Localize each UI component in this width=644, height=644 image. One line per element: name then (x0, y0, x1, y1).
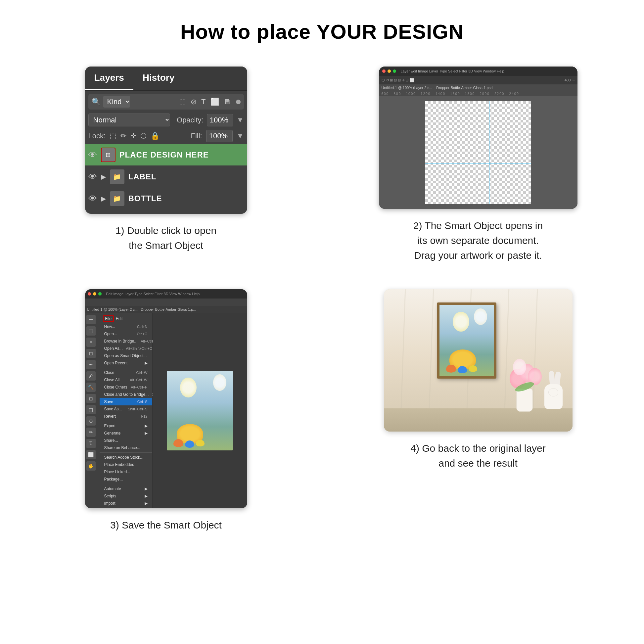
menu-adobe-stock[interactable]: Search Adobe Stock... (100, 454, 152, 461)
menu-browse[interactable]: Browse in Bridge... Alt+Ctrl+O (100, 338, 152, 345)
close-dot[interactable] (382, 69, 386, 73)
ps-zoom-label: 400 ··· (565, 78, 575, 82)
tool-move[interactable]: ✛ (86, 315, 96, 324)
tool-stamp[interactable]: 🔨 (86, 383, 96, 392)
open-recent-arrow: ▶ (145, 361, 148, 365)
type-filter-icon: T (201, 98, 206, 106)
lock-label: Lock: (88, 132, 106, 140)
layer-bottle[interactable]: 👁 ▶ 📁 BOTTLE (85, 188, 247, 209)
layers-search-row: 🔍 Kind ⬚ ⊘ T ⬜ 🗎 (88, 94, 244, 110)
menu-save-as[interactable]: Save As... Shift+Ctrl+S (100, 405, 152, 413)
menu-package[interactable]: Package... (100, 476, 152, 483)
edit-menu[interactable]: Edit (116, 316, 123, 321)
wall-line-1 (400, 289, 406, 408)
pink-flowers-cluster (503, 352, 546, 395)
blend-mode-select[interactable]: Normal (88, 114, 170, 126)
tool-hand[interactable]: ✋ (86, 461, 96, 471)
opacity-chevron: ▼ (237, 116, 244, 124)
tool-shape[interactable]: ⬜ (86, 450, 96, 459)
menu-place-linked[interactable]: Place Linked... (100, 468, 152, 476)
fill-input[interactable] (206, 130, 233, 142)
tool-select[interactable]: ⬚ (86, 326, 96, 336)
layer-bottle-name: BOTTLE (128, 194, 162, 203)
tool-pen[interactable]: ✏ (86, 428, 96, 437)
search-icon: 🔍 (92, 98, 101, 106)
tool-type[interactable]: T (86, 439, 96, 448)
scripts-arrow: ▶ (145, 494, 148, 498)
menu-scripts[interactable]: Scripts ▶ (100, 492, 152, 500)
ps-canvas-checkerboard (425, 101, 531, 204)
lock-move-icon[interactable]: ✛ (130, 132, 136, 140)
smart-filter-icon: 🗎 (224, 98, 231, 106)
maximize-dot[interactable] (393, 69, 396, 73)
save-max-dot[interactable] (98, 292, 102, 296)
wall-line-2 (429, 289, 434, 408)
menu-revert[interactable]: Revert F12 (100, 413, 152, 420)
menu-share[interactable]: Share... (100, 437, 152, 444)
file-menu-label[interactable]: File (103, 315, 114, 322)
step-3-cell: Edit Image Layer Type Select Filter 3D V… (26, 289, 305, 532)
menu-share-behance[interactable]: Share on Behance... (100, 444, 152, 451)
tool-eraser[interactable]: ◻ (86, 394, 96, 403)
tab-layers[interactable]: Layers (85, 67, 133, 90)
menu-open-smart[interactable]: Open as Smart Object... (100, 352, 152, 359)
layer-arrow-3: ▶ (101, 195, 106, 203)
menu-close[interactable]: Close Ctrl+W (100, 369, 152, 376)
tool-dodge[interactable]: ⊙ (86, 416, 96, 426)
lock-all-icon[interactable]: 🔒 (151, 132, 160, 140)
opacity-input[interactable] (207, 114, 233, 126)
layer-eye-icon-3[interactable]: 👁 (88, 194, 97, 204)
flower-1 (180, 378, 197, 397)
layer-eye-icon-1[interactable]: 👁 (88, 150, 97, 160)
ps-file-tab-text: Untitled-1 @ 100% (Layer 2 c... Dropper-… (87, 307, 196, 311)
layer-label[interactable]: 👁 ▶ 📁 LABEL (85, 166, 247, 187)
filter-dot (236, 100, 241, 104)
layer-label-name: LABEL (128, 172, 157, 181)
egg-blue (185, 440, 194, 448)
tool-gradient[interactable]: ◫ (86, 405, 96, 414)
frame-flower-2 (474, 308, 487, 325)
menu-close-bridge[interactable]: Close and Go to Bridge... Shift+Ctrl+W (100, 391, 152, 398)
menu-automate[interactable]: Automate ▶ (100, 485, 152, 492)
tool-lasso[interactable]: ⌖ (86, 338, 96, 347)
tab-history[interactable]: History (133, 67, 184, 90)
save-close-dot[interactable] (88, 292, 91, 296)
lock-icons-group: ⬚ ✏ ✛ ⬡ 🔒 (110, 132, 160, 140)
layer-eye-icon-2[interactable]: 👁 (88, 172, 97, 182)
tool-eyedrop[interactable]: ✒ (86, 360, 96, 369)
page-container: How to place YOUR DESIGN Layers History … (26, 20, 618, 532)
menu-open-as[interactable]: Open As... Alt+Shift+Ctrl+O (100, 345, 152, 352)
kind-select[interactable]: Kind (103, 96, 130, 108)
layer-design[interactable]: 👁 ⊞ PLACE DESIGN HERE (85, 144, 247, 165)
menu-place-embedded[interactable]: Place Embedded... (100, 461, 152, 468)
lock-transparency-icon[interactable]: ⬚ (110, 132, 116, 140)
menu-import[interactable]: Import ▶ (100, 500, 152, 507)
shape-filter-icon: ⬜ (210, 98, 219, 106)
ps-canvas (425, 101, 531, 204)
menu-export[interactable]: Export ▶ (100, 422, 152, 430)
framed-painting (439, 305, 494, 376)
menu-generate[interactable]: Generate ▶ (100, 430, 152, 437)
menu-save[interactable]: Save Ctrl+S (100, 398, 152, 405)
ps-save-menubar: Edit Image Layer Type Select Filter 3D V… (85, 289, 247, 299)
save-min-dot[interactable] (93, 292, 96, 296)
sep-2 (100, 421, 152, 421)
egg-yellow (196, 440, 205, 446)
menu-new[interactable]: New... Ctrl+N (100, 323, 152, 330)
menu-open[interactable]: Open... Ctrl+O (100, 330, 152, 338)
lock-artboard-icon[interactable]: ⬡ (140, 132, 147, 140)
lock-paint-icon[interactable]: ✏ (120, 132, 126, 140)
framed-artwork-inner (439, 305, 494, 376)
ps-artwork-preview (167, 371, 233, 450)
file-menu-header: File Edit (100, 314, 152, 323)
step-4-cell: 4) Go back to the original layer and see… (339, 289, 618, 532)
menu-close-all[interactable]: Close All Alt+Ctrl+W (100, 376, 152, 384)
step-2-cell: Layer Edit Image Layer Type Select Filte… (339, 67, 618, 263)
tool-brush[interactable]: 🖌 (86, 371, 96, 381)
import-arrow: ▶ (145, 501, 148, 506)
ps-save-toolbar1 (85, 299, 247, 306)
tool-crop[interactable]: ⊡ (86, 349, 96, 358)
menu-open-recent[interactable]: Open Recent ▶ (100, 359, 152, 367)
menu-close-others[interactable]: Close Others Alt+Ctrl+P (100, 384, 152, 391)
minimize-dot[interactable] (388, 69, 391, 73)
